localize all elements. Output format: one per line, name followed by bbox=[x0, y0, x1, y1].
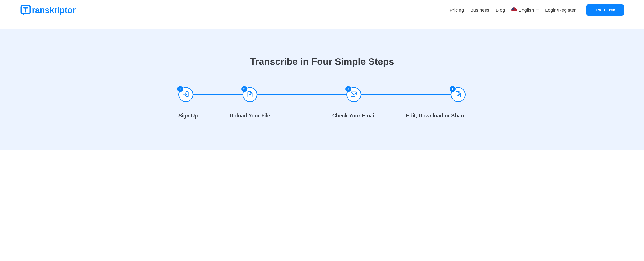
language-label: English bbox=[518, 7, 534, 13]
logo-icon bbox=[20, 5, 31, 15]
spacer bbox=[0, 20, 644, 29]
logo-text: ranskriptor bbox=[32, 5, 76, 15]
edit-file-icon bbox=[455, 91, 462, 98]
step-1-circle: 1 bbox=[178, 87, 193, 102]
email-icon bbox=[350, 91, 357, 98]
sign-in-icon bbox=[182, 91, 189, 98]
language-selector[interactable]: English bbox=[512, 7, 539, 13]
step-2: 2 Upload Your File bbox=[198, 87, 302, 119]
step-3: 3 Check Your Email bbox=[302, 87, 406, 119]
steps-row: 1 Sign Up 2 bbox=[178, 87, 466, 119]
svg-rect-9 bbox=[512, 7, 514, 10]
steps-section: Transcribe in Four Simple Steps 1 Sign U… bbox=[0, 29, 644, 150]
step-4-circle: 4 bbox=[451, 87, 466, 102]
step-1-number: 1 bbox=[177, 86, 183, 92]
step-4-label: Edit, Download or Share bbox=[406, 113, 466, 119]
nav-business[interactable]: Business bbox=[470, 7, 490, 13]
svg-rect-8 bbox=[512, 12, 517, 13]
step-3-circle: 3 bbox=[346, 87, 361, 102]
us-flag-icon bbox=[512, 7, 517, 13]
logo[interactable]: ranskriptor bbox=[20, 5, 76, 15]
try-free-button[interactable]: Try It Free bbox=[586, 4, 624, 16]
step-3-label: Check Your Email bbox=[302, 113, 406, 119]
step-2-circle: 2 bbox=[242, 87, 258, 102]
step-4: 4 Edit, Download or Share bbox=[406, 87, 466, 119]
svg-rect-7 bbox=[512, 11, 517, 12]
nav-blog[interactable]: Blog bbox=[496, 7, 505, 13]
section-title: Transcribe in Four Simple Steps bbox=[20, 56, 624, 67]
upload-file-icon bbox=[246, 91, 253, 98]
nav-login-register[interactable]: Login/Register bbox=[545, 7, 576, 13]
step-2-label: Upload Your File bbox=[198, 113, 302, 119]
main-nav: Pricing Business Blog bbox=[450, 4, 624, 16]
step-1: 1 Sign Up bbox=[178, 87, 198, 119]
step-1-label: Sign Up bbox=[178, 113, 198, 119]
steps-container: 1 Sign Up 2 bbox=[178, 87, 466, 119]
chevron-down-icon bbox=[536, 8, 539, 12]
step-4-number: 4 bbox=[450, 86, 456, 92]
svg-rect-6 bbox=[512, 10, 517, 11]
nav-pricing[interactable]: Pricing bbox=[450, 7, 464, 13]
header: ranskriptor Pricing Business Blog bbox=[0, 0, 644, 20]
step-2-number: 2 bbox=[242, 86, 247, 92]
